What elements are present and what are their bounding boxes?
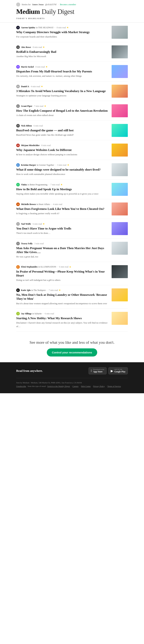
star-icon: ★ (67, 164, 69, 166)
help-center-link[interactable]: Help Center (81, 385, 90, 387)
author-meta: Yael Wolfe · 6 min read ★ (21, 222, 45, 225)
thumb-image (112, 65, 128, 78)
article-title: What Does Forgiveness Look Like When You… (16, 207, 109, 211)
article-thumbnail (112, 85, 128, 98)
author-meta: Tracey Folly · 3 min read (21, 242, 44, 245)
read-time: · 4 min read (30, 85, 40, 88)
article-content: K Kristine Harper in Greener Together · … (16, 163, 109, 176)
article-title: Man Asks Pregnant Woman on a Date Then M… (16, 246, 109, 254)
article-item[interactable]: T Tracey Folly · 3 min read Man Asks Pre… (16, 238, 128, 262)
recommendations-button[interactable]: Control your recommendations (47, 348, 97, 356)
author-name: Eleni Stephanides (21, 266, 38, 268)
article-title: Why Japanese Websites Look So Different (16, 148, 109, 152)
article-item[interactable]: G Grant Piper · 7 min read ★ How The Eng… (16, 101, 128, 121)
article-subtitle: Disclaimer: I haven't done any formal re… (16, 321, 109, 328)
careers-link[interactable]: Careers (72, 385, 78, 387)
article-thumbnail (112, 46, 128, 58)
separator: · (58, 3, 58, 6)
thumb-image (112, 312, 128, 325)
user-name: James Jonas (32, 3, 44, 6)
article-subtitle: A chain of events not often talked about (16, 114, 109, 117)
article-thumbnail (112, 312, 128, 325)
google-play-icon: ▶ (111, 369, 113, 373)
author-avatar: T (16, 242, 20, 245)
apple-icon:  (91, 369, 92, 373)
author-meta: Michelle Brown in Heart Affairs · · 4 mi… (21, 203, 62, 206)
article-content: A Alex Rowe · 8 min read ★ Redfall is Em… (16, 46, 109, 58)
article-subtitle: For corporate boards and their sharehold… (16, 35, 109, 38)
article-item[interactable]: H Harris Sockel · 8 min read ★ Dispatche… (16, 62, 128, 82)
author-line: Y Yael Wolfe · 6 min read ★ (16, 222, 109, 226)
author-meta: Kristine Harper in Greener Together · · … (21, 164, 69, 166)
author-meta: Katie Jgln in The Nodspere · · 7 min rea… (21, 289, 61, 292)
article-item[interactable]: E Eleni Stephanides in ILLUMINATION · · … (16, 262, 128, 285)
switch-weekly-link[interactable]: Switch to the Weekly Digest (47, 385, 70, 387)
article-subtitle: On curiosity, risk aversion, and nature … (16, 74, 109, 78)
become-member-link[interactable]: Become a member (60, 3, 76, 6)
article-item[interactable]: N Nick Hilton · 6 min read BuzzFeed chan… (16, 121, 128, 140)
thumb-image (112, 265, 128, 278)
read-time: · 8 min read (56, 26, 66, 29)
author-meta: Harris Sockel · 8 min read ★ (21, 66, 48, 68)
article-item[interactable]: M Mirjam Missbichler · 8 min read Why Ja… (16, 140, 128, 160)
app-store-badge[interactable]:  Download on the App Store (88, 367, 107, 374)
article-item[interactable]: D Daniel A · 4 min read ★ 3 Mistakes To … (16, 82, 128, 101)
author-name: Yael Wolfe (21, 223, 31, 225)
thumb-image (112, 46, 128, 58)
google-play-text: GET IT ON Google Play (114, 368, 126, 373)
thumb-image (112, 163, 128, 176)
publication-name: in The Nodspere (31, 289, 46, 292)
read-time: · 6 min read (32, 223, 42, 225)
author-line: E Eleni Stephanides in ILLUMINATION · · … (16, 265, 109, 269)
read-time: · 8 min read (40, 144, 50, 147)
author-avatar: J (16, 312, 20, 316)
read-time: · 3 min read (56, 164, 66, 166)
footer-info: Sent by Medium · Medium, 548 Market St, … (16, 381, 128, 388)
author-avatar: D (16, 85, 20, 88)
author-name: Daniel A (21, 85, 29, 88)
article-subtitle: Is forgiving a cheating partner really w… (16, 212, 109, 215)
article-item[interactable]: A Aarron Spinley in THE HEADWAY · · 8 mi… (16, 22, 128, 42)
author-avatar: A (16, 46, 20, 49)
article-content: M Mirjam Missbichler · 8 min read Why Ja… (16, 144, 109, 156)
article-item[interactable]: M Michelle Brown in Heart Affairs · · 4 … (16, 199, 128, 219)
author-line: M Mirjam Missbichler · 8 min read (16, 144, 109, 147)
author-name: Nick Hilton (21, 124, 32, 127)
star-icon: ★ (41, 85, 43, 88)
author-meta: Alex Rowe · 8 min read ★ (21, 46, 45, 49)
article-item[interactable]: Y Yael Wolfe · 6 min read ★ You Don't Ha… (16, 219, 128, 238)
article-thumbnail (112, 144, 128, 156)
publication-name: in ILLUMINATION (38, 266, 56, 268)
article-item[interactable]: K Kristine Harper in Greener Together · … (16, 160, 128, 180)
article-subtitle: & how to analyze design choices without … (16, 153, 109, 156)
author-line: H Harris Sockel · 8 min read ★ (16, 65, 109, 69)
read-time: · 6 min read (44, 312, 54, 315)
read-time: · 7 min read (48, 289, 58, 292)
article-item[interactable]: J Jay Sillings in Sybarite · · 6 min rea… (16, 308, 128, 332)
article-thumbnail (112, 26, 128, 39)
author-line: A Alex Rowe · 8 min read ★ (16, 46, 109, 49)
author-line: K Kristine Harper in Greener Together · … (16, 163, 109, 167)
publication-name: in Better Programming (28, 184, 48, 186)
title-block: Medium Daily Digest (16, 8, 128, 16)
article-thumbnail (112, 65, 128, 78)
article-title: Starting A New Hobby: What My Research S… (16, 316, 109, 320)
unsubscribe-link[interactable]: Unsubscribe (16, 385, 26, 387)
author-name: Vinita (21, 184, 27, 186)
article-item[interactable]: K Katie Jgln in The Nodspere · · 7 min r… (16, 285, 128, 308)
article-item[interactable]: A Alex Rowe · 8 min read ★ Redfall is Em… (16, 42, 128, 62)
article-thumbnail (112, 202, 128, 216)
article-content: H Harris Sockel · 8 min read ★ Dispatche… (16, 65, 109, 78)
read-time: · 8 min read (34, 66, 45, 68)
unsubscribe-text: from this type of email · (28, 385, 47, 387)
read-time: · 7 min read (49, 184, 60, 186)
terms-link[interactable]: Terms of Service (108, 385, 121, 387)
author-avatar: V (16, 183, 20, 186)
digest-title: Daily Digest (42, 8, 74, 16)
publication-name: in Sybarite (32, 312, 42, 315)
article-item[interactable]: V Vinita in Better Programming · · 7 min… (16, 180, 128, 199)
star-icon: ★ (66, 26, 69, 29)
privacy-link[interactable]: Privacy Policy (93, 385, 105, 387)
google-play-badge[interactable]: ▶ GET IT ON Google Play (108, 367, 128, 374)
author-avatar: Y (16, 222, 20, 226)
